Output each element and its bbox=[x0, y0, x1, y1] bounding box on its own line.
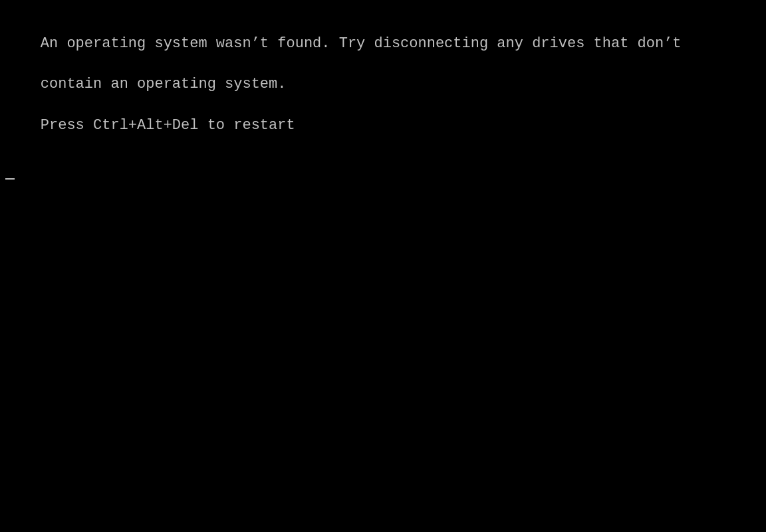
error-line-3: Press Ctrl+Alt+Del to restart bbox=[41, 117, 295, 134]
error-line-2: contain an operating system. bbox=[41, 76, 287, 92]
error-line-1: An operating system wasn’t found. Try di… bbox=[41, 35, 682, 52]
boot-error-screen: An operating system wasn’t found. Try di… bbox=[0, 0, 766, 532]
cursor-icon bbox=[5, 178, 15, 180]
error-message: An operating system wasn’t found. Try di… bbox=[5, 13, 761, 157]
cursor-line bbox=[5, 162, 761, 183]
